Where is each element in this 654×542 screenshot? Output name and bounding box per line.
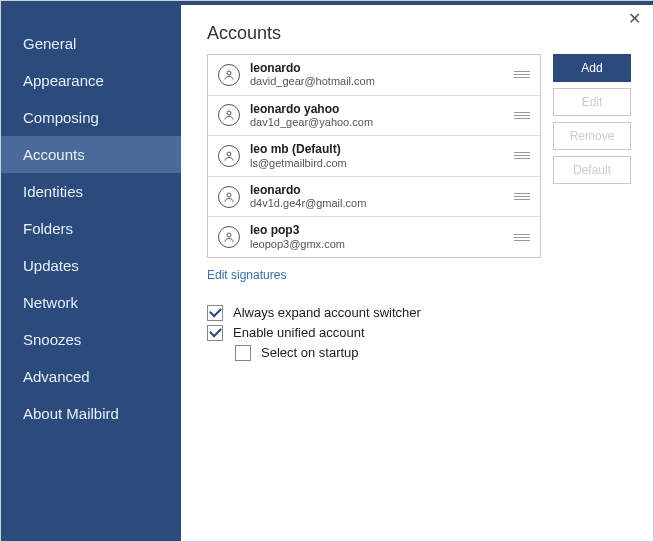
sidebar-item-appearance[interactable]: Appearance: [1, 62, 181, 99]
checkbox-checked-icon: [207, 325, 223, 341]
account-text: leonardo d4v1d.ge4r@gmail.com: [250, 183, 514, 211]
person-icon: [218, 226, 240, 248]
edit-button[interactable]: Edit: [553, 88, 631, 116]
svg-point-0: [227, 71, 231, 75]
settings-sidebar: General Appearance Composing Accounts Id…: [1, 1, 181, 541]
account-row[interactable]: leo mb (Default) ls@getmailbird.com: [208, 136, 540, 177]
drag-handle-icon[interactable]: [514, 193, 530, 200]
account-text: leonardo yahoo dav1d_gear@yahoo.com: [250, 102, 514, 130]
option-label: Select on startup: [261, 345, 359, 360]
accounts-list: leonardo david_gear@hotmail.com leonardo…: [207, 54, 541, 258]
drag-handle-icon[interactable]: [514, 71, 530, 78]
sidebar-item-network[interactable]: Network: [1, 284, 181, 321]
settings-window: ✕ General Appearance Composing Accounts …: [0, 0, 654, 542]
account-email: david_gear@hotmail.com: [250, 75, 514, 88]
edit-signatures-link[interactable]: Edit signatures: [207, 268, 286, 282]
accounts-row: leonardo david_gear@hotmail.com leonardo…: [207, 54, 631, 258]
sidebar-item-advanced[interactable]: Advanced: [1, 358, 181, 395]
sidebar-item-snoozes[interactable]: Snoozes: [1, 321, 181, 358]
account-name: leo pop3: [250, 223, 514, 237]
person-icon: [218, 186, 240, 208]
person-icon: [218, 145, 240, 167]
drag-handle-icon[interactable]: [514, 152, 530, 159]
account-name: leonardo: [250, 183, 514, 197]
account-actions: Add Edit Remove Default: [553, 54, 631, 258]
sidebar-item-general[interactable]: General: [1, 25, 181, 62]
checkbox-checked-icon: [207, 305, 223, 321]
account-row[interactable]: leonardo yahoo dav1d_gear@yahoo.com: [208, 96, 540, 137]
account-row[interactable]: leonardo david_gear@hotmail.com: [208, 55, 540, 96]
account-text: leonardo david_gear@hotmail.com: [250, 61, 514, 89]
svg-point-1: [227, 111, 231, 115]
remove-button[interactable]: Remove: [553, 122, 631, 150]
page-title: Accounts: [207, 23, 631, 44]
account-email: ls@getmailbird.com: [250, 157, 514, 170]
option-select-startup[interactable]: Select on startup: [235, 345, 631, 361]
svg-point-3: [227, 193, 231, 197]
option-expand-switcher[interactable]: Always expand account switcher: [207, 305, 631, 321]
account-text: leo mb (Default) ls@getmailbird.com: [250, 142, 514, 170]
account-email: d4v1d.ge4r@gmail.com: [250, 197, 514, 210]
sidebar-item-identities[interactable]: Identities: [1, 173, 181, 210]
sidebar-item-accounts[interactable]: Accounts: [1, 136, 181, 173]
drag-handle-icon[interactable]: [514, 112, 530, 119]
account-name: leo mb (Default): [250, 142, 514, 156]
option-label: Enable unified account: [233, 325, 365, 340]
account-text: leo pop3 leopop3@gmx.com: [250, 223, 514, 251]
account-email: leopop3@gmx.com: [250, 238, 514, 251]
account-name: leonardo: [250, 61, 514, 75]
svg-point-2: [227, 152, 231, 156]
person-icon: [218, 104, 240, 126]
options-group: Always expand account switcher Enable un…: [207, 305, 631, 361]
account-name: leonardo yahoo: [250, 102, 514, 116]
sidebar-item-updates[interactable]: Updates: [1, 247, 181, 284]
main-panel: Accounts leonardo david_gear@hotmail.com…: [181, 1, 653, 541]
account-row[interactable]: leonardo d4v1d.ge4r@gmail.com: [208, 177, 540, 218]
account-row[interactable]: leo pop3 leopop3@gmx.com: [208, 217, 540, 257]
add-button[interactable]: Add: [553, 54, 631, 82]
drag-handle-icon[interactable]: [514, 234, 530, 241]
sidebar-item-composing[interactable]: Composing: [1, 99, 181, 136]
person-icon: [218, 64, 240, 86]
account-email: dav1d_gear@yahoo.com: [250, 116, 514, 129]
checkbox-unchecked-icon: [235, 345, 251, 361]
svg-point-4: [227, 233, 231, 237]
sidebar-item-about[interactable]: About Mailbird: [1, 395, 181, 432]
default-button[interactable]: Default: [553, 156, 631, 184]
option-label: Always expand account switcher: [233, 305, 421, 320]
sidebar-item-folders[interactable]: Folders: [1, 210, 181, 247]
option-unified-account[interactable]: Enable unified account: [207, 325, 631, 341]
